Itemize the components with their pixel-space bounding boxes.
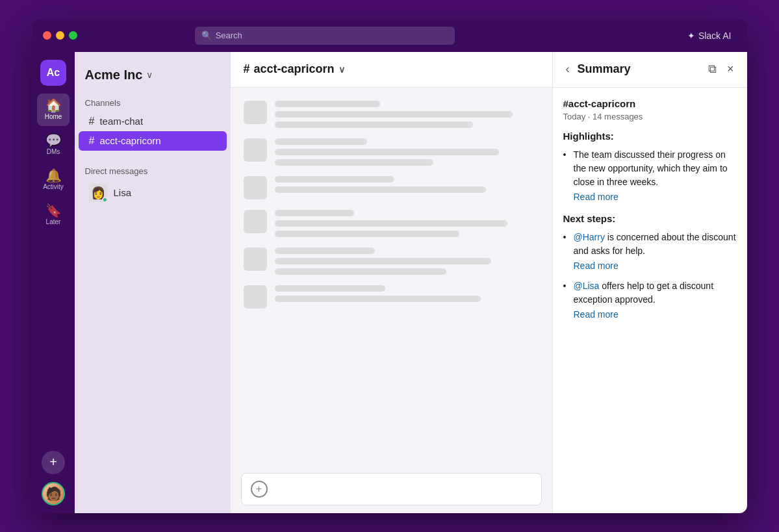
channel-title: # acct-capricorn ∨ — [244, 62, 345, 76]
next-step-item-2: @Lisa offers help to get a discount exce… — [563, 279, 737, 322]
next-step-item-1: @Harry is concerned about the discount a… — [563, 231, 737, 273]
highlight-item-1: The team discussed their progress on the… — [563, 148, 737, 204]
chat-area: # acct-capricorn ∨ — [231, 52, 552, 513]
search-bar[interactable]: 🔍 Search — [195, 27, 455, 45]
traffic-lights — [43, 31, 77, 40]
channels-section-label: Channels — [75, 93, 231, 112]
chat-input-area: + — [231, 465, 552, 513]
skeleton-avatar — [244, 176, 267, 199]
maximize-traffic-light[interactable] — [69, 31, 77, 40]
add-button[interactable]: + — [42, 451, 65, 474]
skeleton-line — [275, 296, 481, 302]
sidebar-item-activity[interactable]: 🔔 Activity — [37, 164, 70, 196]
next-steps-title: Next steps: — [563, 213, 737, 224]
search-placeholder: Search — [216, 31, 242, 40]
skeleton-line — [275, 231, 460, 237]
channel-list: Acme Inc ∨ Channels # team-chat # acct-c… — [75, 52, 231, 513]
app-window: 🔍 Search ✦ Slack AI Ac 🏠 Home 💬 DMs 🔔 — [32, 19, 747, 513]
workspace-avatar[interactable]: Ac — [40, 60, 66, 86]
skeleton-line — [275, 111, 513, 118]
later-label: Later — [46, 218, 61, 225]
channel-hash-icon: # — [244, 62, 250, 76]
online-indicator — [102, 197, 107, 202]
skeleton-line — [275, 101, 381, 107]
skeleton-line — [275, 285, 386, 292]
next-step-read-more-1[interactable]: Read more — [574, 259, 737, 273]
sparkle-icon: ✦ — [687, 31, 695, 41]
minimize-traffic-light[interactable] — [56, 31, 64, 40]
skeleton-line — [275, 247, 376, 254]
skeleton-message-4 — [244, 210, 539, 237]
dm-item-lisa[interactable]: 👩 Lisa — [79, 180, 227, 206]
skeleton-message-5 — [244, 247, 539, 275]
channel-name-acct-capricorn: acct-capricorn — [99, 135, 160, 146]
slack-ai-label: Slack AI — [698, 31, 732, 41]
skeleton-line — [275, 159, 433, 166]
workspace-name: Acme Inc — [85, 68, 143, 82]
channel-chevron-icon: ∨ — [338, 64, 345, 75]
hash-icon-active: # — [89, 135, 95, 147]
workspace-header[interactable]: Acme Inc ∨ — [75, 62, 231, 93]
sidebar-item-home[interactable]: 🏠 Home — [37, 94, 70, 126]
skeleton-message-2 — [244, 138, 539, 166]
skeleton-line — [275, 149, 500, 155]
summary-meta: Today · 14 messages — [563, 112, 737, 121]
chat-header: # acct-capricorn ∨ — [231, 52, 552, 88]
copy-icon[interactable]: ⧉ — [706, 60, 719, 79]
sidebar: Ac 🏠 Home 💬 DMs 🔔 Activity 🔖 Later + — [32, 52, 75, 513]
skeleton-line — [275, 220, 507, 227]
skeleton-content — [275, 210, 539, 237]
mention-lisa[interactable]: @Lisa — [574, 281, 600, 291]
close-button[interactable]: × — [724, 60, 737, 79]
workspace-initials: Ac — [47, 67, 60, 79]
skeleton-line — [275, 176, 394, 183]
attach-button[interactable]: + — [251, 481, 268, 498]
lisa-avatar: 👩 — [89, 184, 107, 202]
skeleton-avatar — [244, 101, 267, 124]
activity-label: Activity — [43, 183, 64, 190]
dms-label: DMs — [47, 148, 60, 155]
skeleton-content — [275, 285, 539, 302]
highlight-read-more-1[interactable]: Read more — [574, 190, 737, 204]
skeleton-avatar — [244, 210, 267, 233]
channel-name-team-chat: team-chat — [99, 116, 143, 127]
skeleton-content — [275, 138, 539, 166]
skeleton-line — [275, 210, 354, 216]
skeleton-content — [275, 176, 539, 193]
skeleton-line — [275, 186, 487, 193]
later-icon: 🔖 — [45, 204, 62, 217]
channel-item-acct-capricorn[interactable]: # acct-capricorn — [79, 131, 227, 151]
skeleton-content — [275, 101, 539, 128]
back-button[interactable]: ‹ — [563, 60, 572, 79]
search-icon: 🔍 — [201, 31, 212, 40]
highlights-list: The team discussed their progress on the… — [563, 148, 737, 204]
skeleton-line — [275, 121, 473, 128]
next-step-read-more-2[interactable]: Read more — [574, 308, 737, 322]
skeleton-line — [275, 258, 492, 264]
highlights-title: Highlights: — [563, 131, 737, 142]
add-icon: + — [49, 455, 57, 470]
skeleton-content — [275, 247, 539, 275]
chat-input[interactable]: + — [241, 473, 542, 505]
skeleton-message-1 — [244, 101, 539, 128]
workspace-chevron-icon: ∨ — [146, 70, 153, 80]
skeleton-message-6 — [244, 285, 539, 309]
skeleton-avatar — [244, 138, 267, 162]
hash-icon: # — [89, 116, 95, 127]
user-avatar[interactable]: 🧑🏾 — [42, 482, 65, 505]
home-icon: 🏠 — [45, 99, 62, 112]
next-steps-list: @Harry is concerned about the discount a… — [563, 231, 737, 322]
summary-content: #acct-capricorn Today · 14 messages High… — [553, 88, 747, 513]
slack-ai-button[interactable]: ✦ Slack AI — [682, 28, 737, 44]
summary-panel: ‹ Summary ⧉ × #acct-capricorn Today · 14… — [552, 52, 747, 513]
dms-icon: 💬 — [45, 134, 62, 147]
dm-section-label: Direct messages — [75, 161, 231, 180]
sidebar-item-later[interactable]: 🔖 Later — [37, 199, 70, 231]
mention-harry[interactable]: @Harry — [574, 232, 605, 242]
close-traffic-light[interactable] — [43, 31, 51, 40]
channel-item-team-chat[interactable]: # team-chat — [79, 112, 227, 131]
home-label: Home — [45, 113, 62, 120]
sidebar-item-dms[interactable]: 💬 DMs — [37, 129, 70, 161]
main-area: Ac 🏠 Home 💬 DMs 🔔 Activity 🔖 Later + — [32, 52, 747, 513]
summary-header: ‹ Summary ⧉ × — [553, 52, 747, 88]
